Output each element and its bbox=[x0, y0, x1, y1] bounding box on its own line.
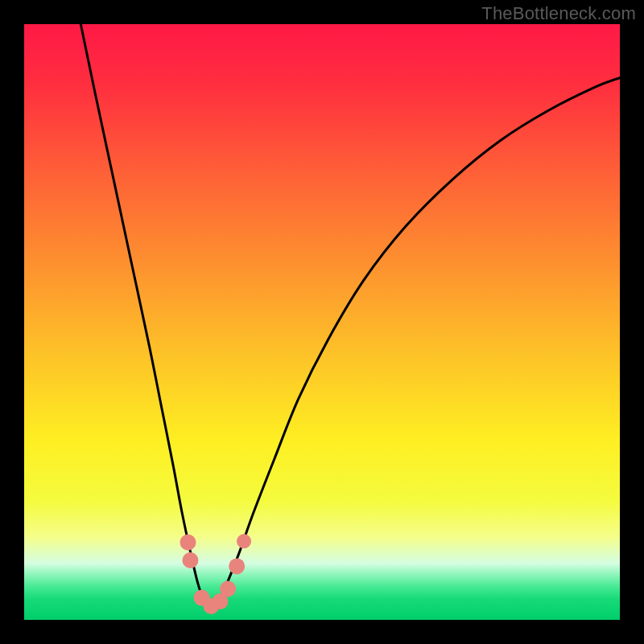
chart-frame: TheBottleneck.com bbox=[0, 0, 644, 644]
data-point bbox=[237, 534, 251, 548]
data-point bbox=[180, 535, 196, 551]
plot-area bbox=[24, 24, 620, 620]
gradient-background bbox=[24, 24, 620, 620]
data-point bbox=[182, 552, 198, 568]
watermark-text: TheBottleneck.com bbox=[481, 3, 636, 24]
data-point bbox=[220, 581, 236, 597]
chart-svg bbox=[24, 24, 620, 620]
data-point bbox=[229, 558, 245, 574]
